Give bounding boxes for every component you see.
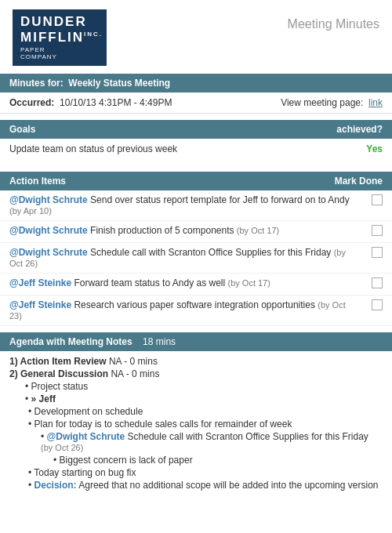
action-bydate: (by Oct 17) [228, 278, 270, 288]
action-item-text: @Dwight Schrute Schedule call with Scran… [0, 242, 362, 273]
action-items-table: @Dwight Schrute Send over status report … [0, 190, 392, 326]
logo-mifflin: MIFFLININC. [20, 30, 99, 45]
action-item-row: @Jeff Steinke Research various paper sof… [0, 295, 392, 325]
agenda-note-item: • Project status [9, 381, 383, 392]
action-item-row: @Dwight Schrute Send over status report … [0, 190, 392, 221]
action-mention: @Dwight Schrute [9, 247, 88, 258]
action-item-text: @Dwight Schrute Send over status report … [0, 190, 362, 221]
action-checkbox-cell[interactable] [362, 190, 392, 221]
agenda-note-item: • Biggest concern is lack of paper [9, 455, 383, 466]
action-mention: @Dwight Schrute [9, 194, 88, 205]
logo-company: COMPANY [20, 53, 99, 61]
action-checkbox[interactable] [372, 299, 383, 310]
action-item-row: @Jeff Steinke Forward team status to And… [0, 273, 392, 295]
action-mention: @Dwight Schrute [9, 225, 88, 236]
minutes-for-bar: Minutes for: Weekly Status Meeting [0, 74, 392, 92]
action-mention: @Jeff Steinke [9, 299, 71, 310]
action-item-text: @Jeff Steinke Research various paper sof… [0, 295, 362, 325]
action-checkbox[interactable] [372, 194, 383, 205]
agenda-header-bar: Agenda with Meeting Notes 18 mins [0, 332, 392, 351]
agenda-note-item: • » Jeff [9, 393, 383, 404]
agenda-duration: 18 mins [143, 336, 176, 347]
agenda-numbered-item: 1) Action Item Review NA - 0 mins [9, 356, 383, 367]
action-checkbox[interactable] [372, 225, 383, 236]
achieved-label: achieved? [336, 124, 383, 135]
action-items-label: Action Items [9, 176, 66, 187]
action-text: Send over status report template for Jef… [90, 194, 350, 205]
action-item-text: @Jeff Steinke Forward team status to And… [0, 273, 362, 295]
action-checkbox-cell[interactable] [362, 220, 392, 242]
action-bydate: (by Apr 10) [9, 206, 52, 216]
logo-dunder: DUNDER [20, 14, 99, 30]
occurred-row: Occurred: 10/10/13 4:31PM - 4:49PM View … [0, 92, 392, 114]
agenda-note-item: • Today starting on bug fix [9, 467, 383, 478]
action-checkbox-cell[interactable] [362, 273, 392, 295]
action-text: Schedule call with Scranton Office Suppl… [90, 247, 331, 258]
view-meeting-link[interactable]: link [368, 97, 383, 108]
action-checkbox-cell[interactable] [362, 295, 392, 325]
agenda-note-item: • Plan for today is to schedule sales ca… [9, 419, 383, 430]
action-checkbox[interactable] [372, 277, 383, 288]
action-item-row: @Dwight Schrute Schedule call with Scran… [0, 242, 392, 273]
agenda-numbered-item: 2) General Discussion NA - 0 mins [9, 368, 383, 379]
mark-done-label: Mark Done [335, 176, 383, 187]
goals-header-bar: Goals achieved? [0, 120, 392, 139]
page-header: DUNDER MIFFLININC. PAPER COMPANY Meeting… [0, 0, 392, 74]
goals-table: Update team on status of previous week Y… [0, 139, 392, 159]
goal-row: Update team on status of previous week Y… [0, 139, 392, 159]
logo: DUNDER MIFFLININC. PAPER COMPANY [13, 9, 107, 66]
decision-label: Decision: [34, 480, 77, 491]
action-item-row: @Dwight Schrute Finish production of 5 c… [0, 220, 392, 242]
action-bydate: (by Oct 17) [237, 226, 279, 235]
action-items-header-bar: Action Items Mark Done [0, 172, 392, 190]
view-meeting: View meeting page: link [281, 97, 383, 108]
occurred-text: Occurred: 10/10/13 4:31PM - 4:49PM [9, 97, 172, 108]
logo-paper: PAPER [20, 46, 99, 54]
goal-achieved: Yes [330, 139, 392, 159]
agenda-mention: @Dwight Schrute [47, 431, 125, 442]
page-title: Meeting Minutes [288, 9, 379, 31]
action-checkbox-cell[interactable] [362, 242, 392, 273]
action-text: Forward team status to Andy as well [74, 277, 225, 288]
goal-text: Update team on status of previous week [0, 139, 330, 159]
action-checkbox[interactable] [372, 247, 383, 258]
agenda-note-item: • Decision: Agreed that no additional sc… [9, 480, 383, 491]
action-text: Finish production of 5 components [90, 225, 234, 236]
agenda-list: 1) Action Item Review NA - 0 mins2) Gene… [0, 351, 392, 497]
goals-label: Goals [9, 124, 35, 135]
agenda-label: Agenda with Meeting Notes 18 mins [9, 336, 176, 347]
minutes-for-text: Minutes for: Weekly Status Meeting [9, 78, 170, 89]
action-mention: @Jeff Steinke [9, 277, 71, 288]
agenda-note-item: • @Dwight Schrute Schedule call with Scr… [9, 431, 383, 453]
action-text: Research various paper software integrat… [74, 299, 315, 310]
action-item-text: @Dwight Schrute Finish production of 5 c… [0, 220, 362, 242]
agenda-note-item: • Development on schedule [9, 406, 383, 417]
